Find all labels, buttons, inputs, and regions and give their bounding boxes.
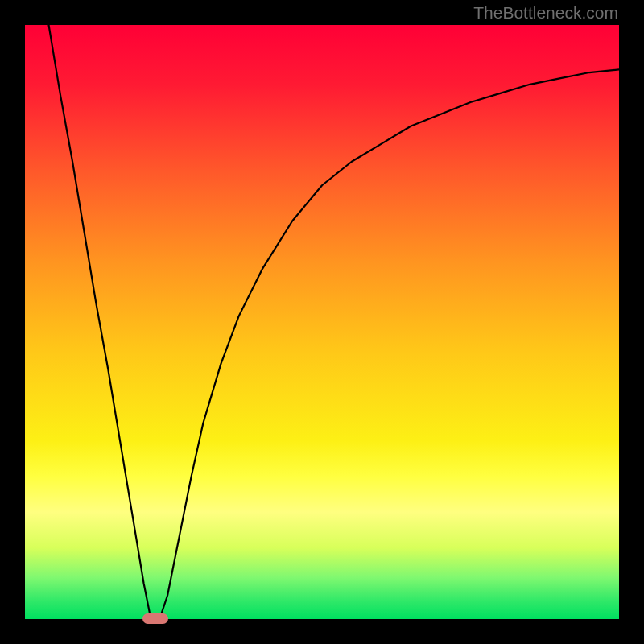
bottleneck-curve xyxy=(25,25,619,619)
chart-frame: TheBottleneck.com xyxy=(0,0,644,644)
watermark-text: TheBottleneck.com xyxy=(473,3,618,23)
optimal-marker xyxy=(142,613,168,624)
plot-area xyxy=(25,25,619,619)
